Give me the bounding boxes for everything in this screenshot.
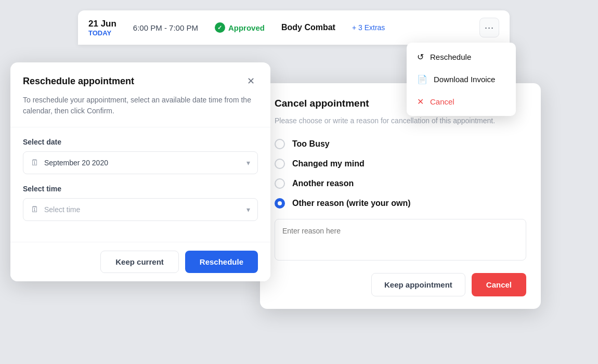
select-time-label: Select time bbox=[23, 185, 258, 193]
reason-too-busy-label: Too Busy bbox=[292, 139, 330, 149]
cancel-modal-footer: Keep appointment Cancel bbox=[275, 273, 526, 296]
radio-changed-mind[interactable] bbox=[275, 159, 285, 169]
reschedule-modal-body: Select date 🗓 September 20 2020 ▾ Select… bbox=[10, 127, 270, 242]
time-calendar-icon: 🗓 bbox=[31, 205, 39, 214]
calendar-icon: 🗓 bbox=[31, 158, 39, 167]
header-status: ✓ Approved bbox=[215, 22, 265, 33]
cancel-x-icon: ✕ bbox=[417, 97, 424, 107]
dropdown-cancel-label: Cancel bbox=[430, 97, 454, 106]
reschedule-close-button[interactable]: ✕ bbox=[243, 74, 258, 88]
dropdown-invoice-label: Download Invoice bbox=[434, 75, 495, 84]
header-extras: + 3 Extras bbox=[352, 23, 385, 32]
time-select-field[interactable]: 🗓 Select time ▾ bbox=[23, 198, 258, 221]
invoice-icon: 📄 bbox=[417, 74, 427, 84]
header-time-range: 6:00 PM - 7:00 PM bbox=[133, 23, 198, 32]
reason-other-own[interactable]: Other reason (write your own) bbox=[275, 198, 526, 209]
header-bar: 21 Jun TODAY 6:00 PM - 7:00 PM ✓ Approve… bbox=[78, 10, 510, 45]
dropdown-download-invoice[interactable]: 📄 Download Invoice bbox=[407, 68, 516, 90]
reason-changed-mind-label: Changed my mind bbox=[292, 159, 365, 168]
reason-textarea[interactable] bbox=[275, 219, 526, 261]
header-date: 21 Jun TODAY bbox=[88, 19, 116, 37]
reschedule-modal-title: Reschedule appointment bbox=[23, 76, 134, 87]
header-status-label: Approved bbox=[228, 23, 265, 32]
radio-another[interactable] bbox=[275, 178, 285, 189]
reschedule-modal: Reschedule appointment ✕ To reschedule y… bbox=[10, 62, 270, 281]
reason-another[interactable]: Another reason bbox=[275, 178, 526, 189]
select-date-label: Select date bbox=[23, 138, 258, 146]
time-placeholder-text: Select time bbox=[44, 205, 241, 214]
keep-appointment-button[interactable]: Keep appointment bbox=[371, 273, 465, 296]
radio-too-busy[interactable] bbox=[275, 139, 285, 149]
header-date-day: 21 Jun bbox=[88, 19, 116, 29]
dropdown-menu: ↺ Reschedule 📄 Download Invoice ✕ Cancel bbox=[407, 43, 516, 116]
header-today-label: TODAY bbox=[88, 29, 111, 37]
approved-check-icon: ✓ bbox=[215, 22, 225, 33]
reschedule-modal-description: To reschedule your appointment, select a… bbox=[10, 95, 270, 127]
header-class-name: Body Combat bbox=[281, 23, 335, 32]
radio-other-own[interactable] bbox=[275, 198, 285, 209]
time-chevron-icon: ▾ bbox=[246, 205, 250, 214]
reschedule-modal-header: Reschedule appointment ✕ bbox=[10, 62, 270, 95]
dropdown-reschedule[interactable]: ↺ Reschedule bbox=[407, 46, 516, 68]
reason-other-own-label: Other reason (write your own) bbox=[292, 199, 411, 208]
more-options-button[interactable]: ··· bbox=[479, 18, 499, 37]
dropdown-reschedule-label: Reschedule bbox=[430, 53, 471, 61]
reason-too-busy[interactable]: Too Busy bbox=[275, 139, 526, 149]
cancel-appointment-button[interactable]: Cancel bbox=[472, 273, 526, 296]
keep-current-button[interactable]: Keep current bbox=[100, 251, 179, 273]
reschedule-button[interactable]: Reschedule bbox=[185, 251, 258, 273]
cancel-modal-description: Please choose or write a reason for canc… bbox=[275, 115, 526, 126]
dropdown-cancel[interactable]: ✕ Cancel bbox=[407, 90, 516, 113]
date-select-field[interactable]: 🗓 September 20 2020 ▾ bbox=[23, 151, 258, 174]
cancel-reason-group: Too Busy Changed my mind Another reason … bbox=[275, 139, 526, 209]
date-chevron-icon: ▾ bbox=[246, 159, 250, 167]
reschedule-modal-footer: Keep current Reschedule bbox=[10, 242, 270, 281]
reason-changed-mind[interactable]: Changed my mind bbox=[275, 159, 526, 169]
cancel-modal: Cancel appointment Please choose or writ… bbox=[260, 83, 541, 309]
selected-date-value: September 20 2020 bbox=[44, 159, 241, 167]
reschedule-icon: ↺ bbox=[417, 52, 424, 62]
reason-another-label: Another reason bbox=[292, 179, 354, 188]
